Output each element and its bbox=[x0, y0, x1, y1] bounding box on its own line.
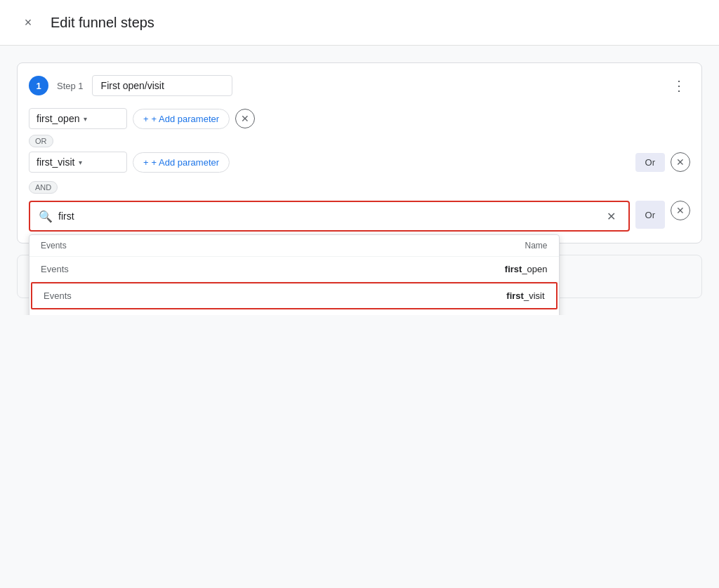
item-name-first-open: first_open bbox=[125, 264, 548, 274]
add-param-button-2[interactable]: + + Add parameter bbox=[133, 152, 230, 173]
step1-card: 1 Step 1 ⋮ first_open ▾ + + Add paramete… bbox=[17, 62, 702, 243]
event-dropdown-2[interactable]: first_visit ▾ bbox=[29, 152, 127, 173]
search-input-wrapper: 🔍 ✕ bbox=[29, 201, 630, 232]
menu-dots-icon: ⋮ bbox=[672, 77, 686, 94]
dropdown-item-create[interactable]: Events Create event: "first" bbox=[29, 309, 559, 315]
and-badge: AND bbox=[29, 181, 58, 194]
remove-event-button-2[interactable]: ✕ bbox=[671, 152, 690, 172]
event-name-2: first_visit bbox=[37, 156, 74, 168]
highlight-2: first bbox=[506, 290, 524, 301]
or-button-2[interactable]: Or bbox=[635, 153, 665, 172]
search-input[interactable] bbox=[58, 211, 598, 222]
search-icon: 🔍 bbox=[39, 210, 53, 223]
remove-search-row-button[interactable]: ✕ bbox=[671, 201, 690, 220]
events-col-category: Events bbox=[41, 241, 125, 250]
page-title: Edit funnel steps bbox=[51, 15, 154, 31]
item-category-1: Events bbox=[41, 264, 125, 274]
chevron-down-icon-1: ▾ bbox=[84, 115, 87, 123]
chevron-down-icon-2: ▾ bbox=[79, 159, 82, 166]
plus-icon-2: + bbox=[143, 157, 149, 168]
step1-label: Step 1 bbox=[57, 81, 84, 91]
dropdown-item-first-visit[interactable]: Events first_visit bbox=[31, 282, 558, 309]
page-header: × Edit funnel steps bbox=[0, 0, 719, 46]
dropdown-item-first-open[interactable]: Events first_open bbox=[29, 257, 559, 282]
close-button[interactable]: × bbox=[17, 11, 39, 34]
item-name-first-visit: first_visit bbox=[128, 290, 545, 301]
search-row: 🔍 ✕ Events Name Events bbox=[29, 201, 690, 232]
event-name-1: first_open bbox=[37, 113, 79, 124]
highlight-1: first bbox=[505, 264, 522, 274]
search-dropdown: Events Name Events first_open Events bbox=[29, 234, 560, 315]
step1-header: 1 Step 1 ⋮ bbox=[29, 74, 690, 97]
events-col-name: Name bbox=[125, 241, 548, 250]
step1-number: 1 bbox=[29, 76, 48, 95]
circle-x-icon-2: ✕ bbox=[676, 156, 685, 168]
event-row-2: first_visit ▾ + + Add parameter Or ✕ bbox=[29, 152, 690, 173]
event-dropdown-1[interactable]: first_open ▾ bbox=[29, 108, 127, 129]
add-param-button-1[interactable]: + + Add parameter bbox=[133, 109, 230, 129]
search-clear-button[interactable]: ✕ bbox=[603, 208, 620, 225]
or-badge: OR bbox=[29, 135, 53, 147]
step1-menu-button[interactable]: ⋮ bbox=[668, 74, 690, 97]
remove-event-button-1[interactable]: ✕ bbox=[235, 109, 255, 128]
event-row-1: first_open ▾ + + Add parameter ✕ bbox=[29, 108, 690, 129]
main-content: 1 Step 1 ⋮ first_open ▾ + + Add paramete… bbox=[0, 46, 719, 315]
add-param-label-2: + Add parameter bbox=[152, 157, 219, 168]
or-button-search-row[interactable]: Or bbox=[635, 201, 665, 229]
step1-name-input[interactable] bbox=[92, 75, 232, 96]
plus-icon-1: + bbox=[143, 114, 149, 124]
add-param-label-1: + Add parameter bbox=[152, 114, 219, 124]
events-section-header: Events Name bbox=[29, 235, 559, 257]
close-icon: × bbox=[25, 15, 32, 30]
search-area: 🔍 ✕ Events Name Events bbox=[29, 201, 630, 232]
circle-x-icon-1: ✕ bbox=[241, 113, 249, 124]
clear-icon: ✕ bbox=[607, 210, 616, 223]
item-category-2: Events bbox=[44, 290, 128, 301]
circle-x-icon-3: ✕ bbox=[676, 205, 685, 216]
